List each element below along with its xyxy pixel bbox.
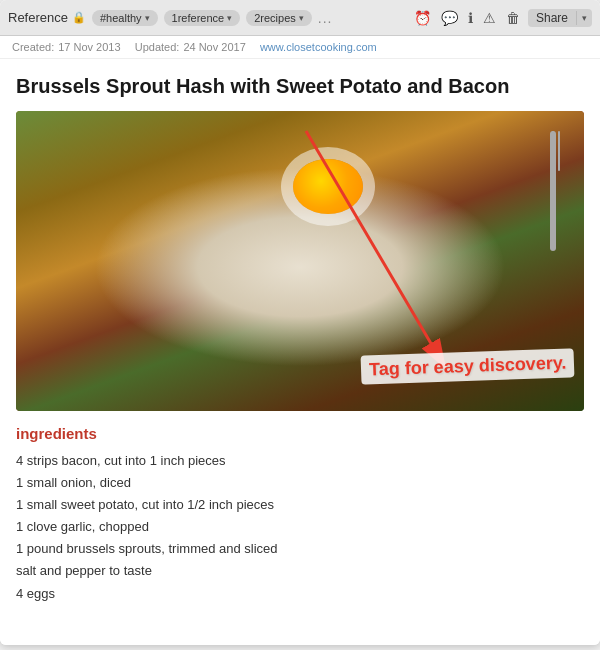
list-item: 1 small onion, diced [16,472,584,494]
trash-icon[interactable]: 🗑 [504,8,522,28]
list-item: salt and pepper to taste [16,560,584,582]
toolbar: Reference 🔒 #healthy ▾ 1reference ▾ 2rec… [0,0,600,36]
toolbar-left: Reference 🔒 [8,10,86,25]
updated-date: 24 Nov 2017 [183,41,245,53]
updated-label: Updated: [135,41,180,53]
info-icon[interactable]: ℹ [466,8,475,28]
tag-healthy[interactable]: #healthy ▾ [92,10,158,26]
reminder-icon[interactable]: ⏰ [412,8,433,28]
ingredients-heading: ingredients [16,425,584,442]
tag-1reference-label: 1reference [172,12,225,24]
list-item: 1 clove garlic, chopped [16,516,584,538]
ingredients-section: ingredients 4 strips bacon, cut into 1 i… [16,425,584,605]
list-item: 4 eggs [16,583,584,605]
more-button[interactable]: ... [318,10,333,26]
toolbar-icons: ⏰ 💬 ℹ ⚠ 🗑 Share ▾ [412,8,592,28]
share-label[interactable]: Share [528,9,576,27]
created-label: Created: [12,41,54,53]
tag-healthy-label: #healthy [100,12,142,24]
share-chevron-icon[interactable]: ▾ [576,11,592,25]
content-area: Brussels Sprout Hash with Sweet Potato a… [0,59,600,645]
fork-tine-left [558,131,560,171]
tag-2recipes-label: 2recipes [254,12,296,24]
egg-yolk [293,159,363,214]
chevron-icon: ▾ [299,13,304,23]
source-url[interactable]: www.closetcooking.com [260,41,377,53]
list-item: 1 pound brussels sprouts, trimmed and sl… [16,538,584,560]
chevron-icon: ▾ [227,13,232,23]
tag-1reference[interactable]: 1reference ▾ [164,10,241,26]
warning-icon[interactable]: ⚠ [481,8,498,28]
list-item: 4 strips bacon, cut into 1 inch pieces [16,450,584,472]
created-date: 17 Nov 2013 [58,41,120,53]
recipe-image-container: Tag for easy discovery. [16,111,584,411]
lock-icon: 🔒 [72,11,86,24]
recipe-title: Brussels Sprout Hash with Sweet Potato a… [16,73,584,99]
chat-icon[interactable]: 💬 [439,8,460,28]
fork-tine-right [552,131,554,171]
meta-row: Created: 17 Nov 2013 Updated: 24 Nov 201… [0,36,600,59]
list-item: 1 small sweet potato, cut into 1/2 inch … [16,494,584,516]
share-button[interactable]: Share ▾ [528,9,592,27]
main-window: Reference 🔒 #healthy ▾ 1reference ▾ 2rec… [0,0,600,645]
chevron-icon: ▾ [145,13,150,23]
app-title: Reference [8,10,68,25]
ingredients-list: 4 strips bacon, cut into 1 inch pieces1 … [16,450,584,605]
tag-2recipes[interactable]: 2recipes ▾ [246,10,312,26]
